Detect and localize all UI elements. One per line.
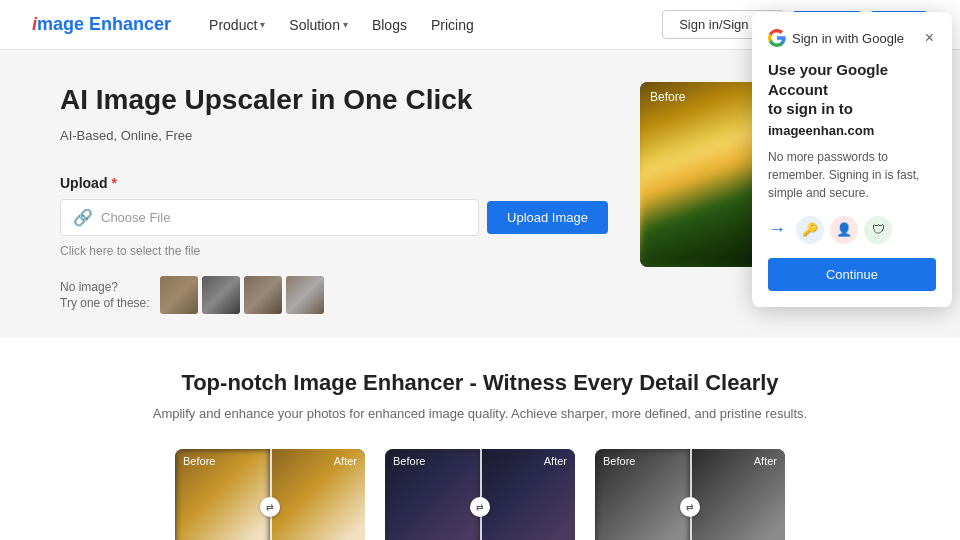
popup-site-url: imageenhan.com (768, 123, 936, 138)
sample-row: No image? Try one of these: (60, 276, 608, 314)
arrow-icon: → (768, 219, 786, 240)
hero-subtitle: AI-Based, Online, Free (60, 128, 608, 143)
google-icon (768, 29, 786, 47)
sample-thumb-4[interactable] (286, 276, 324, 314)
sample-label: No image? Try one of these: (60, 279, 150, 313)
sample-thumb-3[interactable] (244, 276, 282, 314)
card2-handle[interactable]: ⇄ (470, 497, 490, 517)
card1-before-label: Before (183, 455, 215, 467)
google-signin-popup: Sign in with Google × Use your Google Ac… (752, 12, 952, 307)
chevron-down-icon: ▾ (343, 19, 348, 30)
shield-icon-circle: 🛡 (864, 216, 892, 244)
left-panel: AI Image Upscaler in One Click AI-Based,… (60, 82, 608, 314)
key-icon-circle: 🔑 (796, 216, 824, 244)
link-icon: 🔗 (73, 208, 93, 227)
image-card-3: Before After ⇄ (595, 449, 785, 540)
popup-header: Sign in with Google × (768, 28, 936, 48)
google-logo: Sign in with Google (768, 29, 904, 47)
card1-handle[interactable]: ⇄ (260, 497, 280, 517)
image-card-1: Before After ⇄ (175, 449, 365, 540)
google-icons-row: → 🔑 👤 🛡 (768, 216, 936, 244)
section2-subtitle: Amplify and enhance your photos for enha… (60, 406, 900, 421)
user-icon-circle: 👤 (830, 216, 858, 244)
nav-item-solution[interactable]: Solution ▾ (279, 11, 358, 39)
nav-item-blogs[interactable]: Blogs (362, 11, 417, 39)
upload-row: 🔗 Choose File Upload Image (60, 199, 608, 236)
card3-divider (690, 449, 692, 540)
image-card-2: Before After ⇄ (385, 449, 575, 540)
image-cards: Before After ⇄ Before After ⇄ Before Aft… (60, 449, 900, 540)
card2-divider (480, 449, 482, 540)
before-label: Before (650, 90, 685, 104)
popup-description: No more passwords to remember. Signing i… (768, 148, 936, 202)
card3-handle[interactable]: ⇄ (680, 497, 700, 517)
hero-title: AI Image Upscaler in One Click (60, 82, 608, 118)
sample-thumb-1[interactable] (160, 276, 198, 314)
file-input-area[interactable]: 🔗 Choose File (60, 199, 479, 236)
card3-before-label: Before (603, 455, 635, 467)
upload-button[interactable]: Upload Image (487, 201, 608, 234)
nav-item-pricing[interactable]: Pricing (421, 11, 484, 39)
file-placeholder: Choose File (101, 210, 170, 225)
card2-after-label: After (544, 455, 567, 467)
close-button[interactable]: × (923, 28, 936, 48)
nav-item-product[interactable]: Product ▾ (199, 11, 275, 39)
card1-divider (270, 449, 272, 540)
chevron-down-icon: ▾ (260, 19, 265, 30)
card3-after-label: After (754, 455, 777, 467)
upload-label: Upload * (60, 175, 608, 191)
logo-text: mage Enhancer (37, 14, 171, 35)
click-hint: Click here to select the file (60, 244, 608, 258)
popup-google-text: Sign in with Google (792, 31, 904, 46)
section2-title: Top-notch Image Enhancer - Witness Every… (60, 370, 900, 396)
continue-button[interactable]: Continue (768, 258, 936, 291)
logo[interactable]: i mage Enhancer (32, 14, 171, 35)
sample-thumbs (160, 276, 324, 314)
sample-thumb-2[interactable] (202, 276, 240, 314)
section2: Top-notch Image Enhancer - Witness Every… (0, 338, 960, 540)
card2-before-label: Before (393, 455, 425, 467)
nav-links: Product ▾ Solution ▾ Blogs Pricing (199, 11, 662, 39)
popup-body-title: Use your Google Account to sign in to (768, 60, 936, 119)
required-marker: * (111, 175, 116, 191)
card1-after-label: After (334, 455, 357, 467)
